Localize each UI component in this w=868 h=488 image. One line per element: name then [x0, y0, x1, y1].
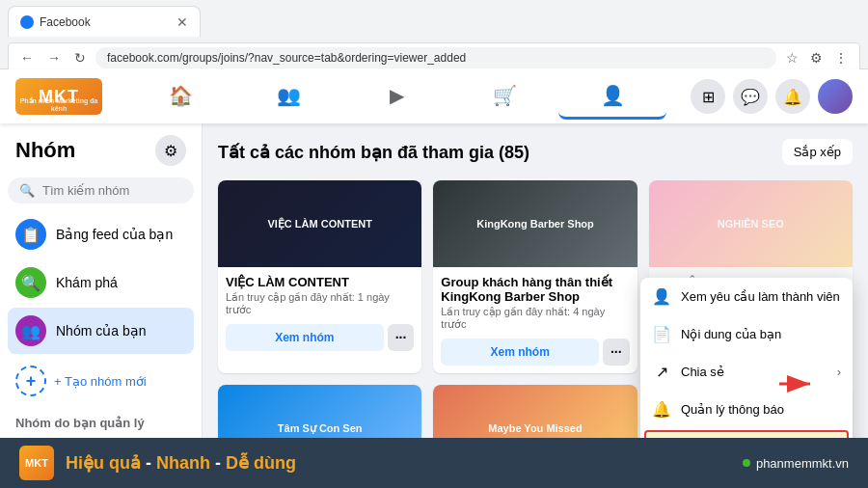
managed-groups-title: Nhóm do bạn quản lý: [8, 408, 194, 434]
dropdown-item-label-3: Quản lý thông báo: [681, 402, 784, 417]
grid-icon-btn[interactable]: ⊞: [691, 79, 725, 114]
share-arrow-icon: ›: [837, 365, 841, 379]
sidebar-title: Nhóm: [15, 138, 75, 163]
nav-home[interactable]: 🏠: [126, 73, 234, 120]
search-icon: 🔍: [19, 183, 35, 198]
sidebar-header: Nhóm ⚙: [8, 131, 194, 174]
search-box: 🔍: [8, 177, 194, 203]
group-card-actions-0: Xem nhóm ···: [226, 324, 414, 351]
xem-nhom-btn-1[interactable]: Xem nhóm: [441, 339, 599, 366]
more-btn-0[interactable]: ···: [388, 324, 415, 351]
sidebar: Nhóm ⚙ 🔍 📋 Bảng feed của bạn 🔍 Khám phá …: [0, 123, 203, 438]
sidebar-item-explore[interactable]: 🔍 Khám phá: [8, 259, 194, 306]
tab-close-icon[interactable]: ✕: [176, 14, 188, 30]
create-group-label: + Tạo nhóm mới: [54, 374, 147, 389]
group-card-3: Maybe You Missed Maybe You Missed This F…: [433, 385, 637, 438]
banner-website: phanmemmkt.vn: [756, 456, 849, 471]
tab-favicon: [20, 15, 34, 29]
dropdown-item-label-0: Xem yêu cầu làm thành viên: [681, 289, 840, 304]
banner-dot: [743, 459, 750, 467]
create-group-button[interactable]: + + Tạo nhóm mới: [8, 358, 194, 404]
banner-separator-1: -: [146, 453, 156, 473]
sidebar-managed-group-0[interactable]: KN Khởi Nghiệp Thời Chuyển Đổi Số Lần ho…: [8, 434, 194, 438]
reload-button[interactable]: ↻: [70, 48, 90, 68]
back-button[interactable]: ←: [16, 48, 38, 68]
content-header: Tất cả các nhóm bạn đã tham gia (85) Sắp…: [218, 139, 853, 165]
main-layout: Nhóm ⚙ 🔍 📋 Bảng feed của bạn 🔍 Khám phá …: [0, 123, 868, 438]
plus-icon: +: [15, 366, 46, 396]
nav-marketplace[interactable]: 🛒: [450, 73, 558, 120]
toolbar-icons: ☆ ⚙ ⋮: [782, 48, 852, 68]
dropdown-item-pin[interactable]: 📌 Ghim nhóm: [644, 430, 849, 438]
browser-chrome: Facebook ✕ ← → ↻ ☆ ⚙ ⋮: [0, 0, 868, 69]
nav-video[interactable]: ▶: [342, 73, 450, 120]
dropdown-item-label-1: Nội dung của bạn: [681, 327, 781, 341]
notifications-icon: 🔔: [652, 400, 671, 419]
search-input[interactable]: [42, 183, 182, 198]
mkt-logo[interactable]: MKT Phần mềm Marketing đa kênh: [15, 78, 102, 115]
group-card-0: VIỆC LÀM CONTENT VIỆC LÀM CONTENT Lần tr…: [218, 180, 421, 373]
more-btn-1[interactable]: ···: [603, 339, 630, 366]
your-groups-icon: 👥: [15, 315, 46, 346]
sidebar-item-feed[interactable]: 📋 Bảng feed của bạn: [8, 211, 194, 258]
sort-button[interactable]: Sắp xếp: [782, 139, 853, 165]
explore-icon: 🔍: [15, 267, 46, 298]
fb-nav-center: 🏠 👥 ▶ 🛒 👤: [102, 73, 691, 120]
gear-icon-btn[interactable]: ⚙: [155, 135, 186, 166]
banner-text-2: Nhanh: [156, 453, 210, 473]
content-area: Tất cả các nhóm bạn đã tham gia (85) Sắp…: [203, 123, 868, 438]
your-content-icon: 📄: [652, 325, 671, 343]
url-bar[interactable]: [95, 47, 776, 68]
extension-icon[interactable]: ⚙: [806, 48, 827, 68]
nav-groups[interactable]: 👤: [558, 73, 666, 120]
menu-icon[interactable]: ⋮: [830, 48, 852, 68]
group-card-thumb-0: VIỆC LÀM CONTENT: [218, 180, 421, 267]
group-card-meta-0: Lần truy cập gần đây nhất: 1 ngày trước: [226, 291, 414, 316]
fb-logo: MKT Phần mềm Marketing đa kênh: [15, 78, 102, 115]
banner-text-1: Hiệu quả: [66, 453, 141, 473]
banner-tagline: Hiệu quả - Nhanh - Dễ dùng: [66, 452, 296, 474]
banner-left: MKT Hiệu quả - Nhanh - Dễ dùng: [19, 446, 296, 480]
dropdown-item-member-requests[interactable]: 👤 Xem yêu cầu làm thành viên: [640, 278, 853, 315]
group-card-name-0: VIỆC LÀM CONTENT: [226, 275, 414, 289]
group-card-thumb-2: Tâm Sự Con Sen: [218, 385, 421, 438]
group-card-body-0: VIỆC LÀM CONTENT Lần truy cập gần đây nh…: [218, 267, 421, 359]
group-card-thumb-seo: NGHIÊN SEO: [649, 180, 853, 267]
banner-right: phanmemmkt.vn: [743, 456, 849, 471]
tab-title: Facebook: [40, 15, 171, 29]
sidebar-explore-label: Khám phá: [56, 275, 118, 290]
user-avatar[interactable]: [818, 79, 853, 114]
banner-logo: MKT: [19, 446, 54, 480]
browser-tab[interactable]: Facebook ✕: [8, 6, 201, 37]
content-title: Tất cả các nhóm bạn đã tham gia (85): [218, 142, 529, 163]
dropdown-item-your-content[interactable]: 📄 Nội dung của bạn: [640, 315, 853, 353]
group-card-name-1: Group khách hàng thân thiết KingKong Bar…: [441, 275, 629, 304]
red-arrow-indicator: [779, 369, 818, 401]
xem-nhom-btn-0[interactable]: Xem nhóm: [226, 324, 384, 351]
group-card-2: Tâm Sự Con Sen Tâm Sự Con Sen Lần truy c…: [218, 385, 421, 438]
app-container: MKT Phần mềm Marketing đa kênh 🏠 👥 ▶ 🛒 👤…: [0, 69, 868, 488]
bottom-banner: MKT Hiệu quả - Nhanh - Dễ dùng phanmemmk…: [0, 438, 868, 488]
banner-separator-2: -: [215, 453, 226, 473]
forward-button[interactable]: →: [43, 48, 65, 68]
nav-friends[interactable]: 👥: [234, 73, 342, 120]
share-icon: ↗: [652, 363, 671, 381]
dropdown-item-notifications[interactable]: 🔔 Quản lý thông báo: [640, 391, 853, 428]
group-card-meta-1: Lần truy cập gần đây nhất: 4 ngày trước: [441, 306, 629, 331]
dropdown-menu: 👤 Xem yêu cầu làm thành viên 📄 Nội dung …: [640, 278, 853, 438]
dropdown-item-share[interactable]: ↗ Chia sẻ ›: [640, 353, 853, 391]
group-card-actions-1: Xem nhóm ···: [441, 339, 629, 366]
bell-icon-btn[interactable]: 🔔: [775, 79, 810, 114]
group-card-1: KingKong Barber Shop Group khách hàng th…: [433, 180, 637, 373]
dropdown-item-label-2: Chia sẻ: [681, 365, 724, 379]
sidebar-item-your-groups[interactable]: 👥 Nhóm của bạn: [8, 308, 194, 354]
member-requests-icon: 👤: [652, 287, 671, 306]
sidebar-your-groups-label: Nhóm của bạn: [56, 323, 146, 339]
group-card-thumb-1: KingKong Barber Shop: [433, 180, 637, 267]
messenger-icon-btn[interactable]: 💬: [733, 79, 768, 114]
group-card-body-1: Group khách hàng thân thiết KingKong Bar…: [433, 267, 637, 373]
bookmark-icon[interactable]: ☆: [782, 48, 802, 68]
sidebar-feed-label: Bảng feed của bạn: [56, 227, 173, 242]
banner-text-3: Dễ dùng: [226, 453, 296, 473]
fb-nav-right: ⊞ 💬 🔔: [691, 79, 853, 114]
